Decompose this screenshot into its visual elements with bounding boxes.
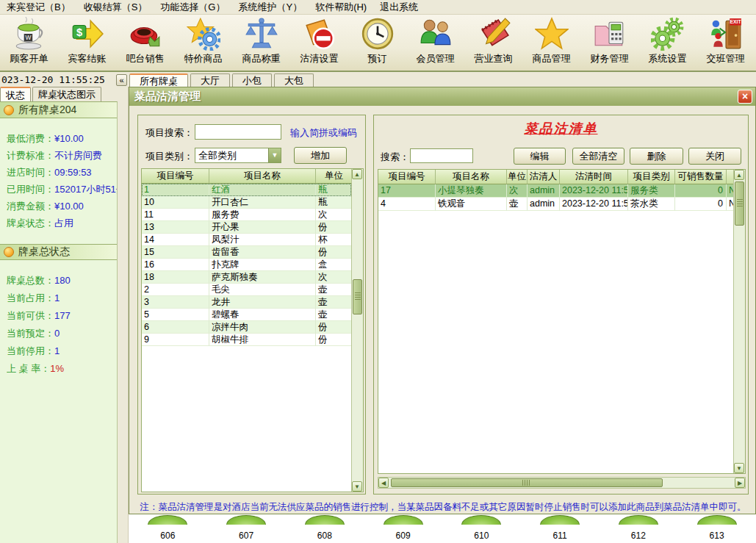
item-category-label: 项目类别： — [145, 150, 193, 163]
column-header[interactable]: 项目名称 — [436, 170, 507, 184]
menu-item[interactable]: 系统维护（Y） — [231, 0, 309, 15]
table-row[interactable]: 15齿留香份 — [142, 246, 351, 259]
sidebar-section-header[interactable]: 牌桌总状态 — [0, 244, 117, 260]
floor-table-item[interactable]: 612 — [600, 514, 678, 543]
column-header[interactable]: 单位 — [507, 170, 528, 184]
table-row[interactable]: 14凤梨汁杯 — [142, 234, 351, 246]
status-row: 牌桌总数：180 — [7, 272, 117, 290]
table-cell: 龙井 — [209, 296, 316, 309]
table-row[interactable]: 18萨克斯独奏次 — [142, 271, 351, 284]
scroll-left-icon[interactable]: ◀ — [378, 478, 389, 488]
table-row[interactable]: 4铁观音壶admin2023-12-20 11:5茶水类0N — [378, 198, 733, 211]
table-row[interactable]: 9胡椒牛排份 — [142, 334, 351, 346]
vertical-scrollbar[interactable]: ▲ ▼ — [351, 169, 363, 492]
add-button[interactable]: 增加 — [294, 147, 347, 164]
column-header[interactable]: 沽清时间 — [560, 170, 628, 184]
notebook-pencil-icon — [477, 17, 511, 51]
table-row[interactable]: 2毛尖壶 — [142, 284, 351, 296]
floor-table-item[interactable]: 613 — [677, 514, 756, 543]
toolbar-button[interactable]: 特价商品 — [174, 15, 232, 71]
column-header[interactable]: 退 — [727, 170, 733, 184]
table-number: 610 — [442, 531, 521, 541]
collapse-sidebar-button[interactable]: « — [116, 74, 127, 86]
toolbar-button[interactable]: 吧台销售 — [116, 15, 174, 71]
sidebar-tab[interactable]: 牌桌状态图示 — [32, 87, 101, 101]
floor-table-item[interactable]: 610 — [442, 514, 521, 543]
floor-table-item[interactable]: 607 — [207, 514, 286, 543]
horizontal-scrollbar[interactable]: ◀ ▶ — [378, 477, 746, 489]
status-row: 当前停用：1 — [7, 342, 117, 360]
table-cell: 13 — [142, 221, 209, 234]
floor-table-item[interactable]: 609 — [364, 514, 442, 543]
scroll-down-icon[interactable]: ▼ — [734, 463, 744, 473]
item-search-input[interactable] — [195, 124, 281, 140]
scroll-up-icon[interactable]: ▲ — [734, 170, 744, 180]
table-cell: 小提琴独奏 — [436, 184, 507, 198]
floor-table-item[interactable]: 606 — [129, 514, 207, 543]
table-row[interactable]: 10开口杏仁瓶 — [142, 196, 351, 209]
area-tab[interactable]: 大厅 — [190, 73, 230, 87]
action-button[interactable]: 编辑 — [514, 148, 566, 165]
sidebar-splitter[interactable] — [118, 87, 129, 543]
action-button[interactable]: 全部清空 — [572, 148, 624, 165]
menu-item[interactable]: 来宾登记（B） — [0, 0, 77, 15]
sidebar-section-header[interactable]: 所有牌桌204 — [0, 102, 117, 118]
category-select[interactable]: 全部类别 ▼ — [195, 148, 281, 163]
area-tab[interactable]: 所有牌桌 — [129, 73, 188, 87]
status-row: 最低消费：¥10.00 — [7, 130, 117, 147]
close-icon[interactable]: × — [738, 90, 752, 104]
scrollbar-thumb[interactable] — [391, 478, 663, 487]
toolbar-button[interactable]: 商品管理 — [522, 15, 580, 71]
table-row[interactable]: 13开心果份 — [142, 221, 351, 234]
column-header[interactable]: 项目类别 — [628, 170, 675, 184]
soldout-search-input[interactable] — [410, 148, 473, 163]
status-row: 进店时间：09:59:53 — [7, 164, 117, 181]
scroll-right-icon[interactable]: ▶ — [735, 478, 745, 488]
column-header[interactable]: 沽清人 — [528, 170, 560, 184]
toolbar-button[interactable]: 沽清设置 — [290, 15, 348, 71]
cashier-arrow-icon: $ — [71, 17, 104, 51]
floor-table-item[interactable]: 611 — [521, 514, 600, 543]
toolbar-button[interactable]: 营业查询 — [464, 15, 522, 71]
toolbar-button[interactable]: 会员管理 — [406, 15, 464, 71]
status-row: 已用时间：152017小时51分 — [7, 181, 117, 198]
table-row[interactable]: 16扑克牌盒 — [142, 259, 351, 271]
toolbar-button[interactable]: 系统设置 — [638, 15, 696, 71]
scroll-up-icon[interactable]: ▲ — [352, 169, 362, 179]
table-cell: 壶 — [316, 284, 351, 296]
table-row[interactable]: 3龙井壶 — [142, 296, 351, 309]
menu-item[interactable]: 功能选择（G） — [154, 0, 231, 15]
toolbar-button[interactable]: W 顾客开单 — [0, 15, 58, 71]
table-row[interactable]: 11服务费次 — [142, 209, 351, 221]
column-header[interactable]: 单位 — [316, 169, 351, 184]
column-header[interactable]: 项目编号 — [142, 169, 209, 184]
vertical-scrollbar[interactable]: ▲ ▼ — [733, 170, 745, 473]
column-header[interactable]: 可销售数量 — [675, 170, 727, 184]
table-row[interactable]: 1红酒瓶 — [142, 184, 351, 196]
column-header[interactable]: 项目编号 — [378, 170, 436, 184]
toolbar-button[interactable]: $ 宾客结账 — [58, 15, 116, 71]
table-row[interactable]: 17小提琴独奏次admin2023-12-20 11:5服务类0N — [378, 184, 733, 198]
toolbar-button[interactable]: EXIT 交班管理 — [696, 15, 755, 71]
table-row[interactable]: 6凉拌牛肉份 — [142, 321, 351, 334]
area-tab[interactable]: 小包 — [232, 73, 272, 87]
toolbar-button[interactable]: 预订 — [348, 15, 406, 71]
sidebar-tab[interactable]: 状态 — [0, 87, 31, 101]
table-row[interactable]: 5碧螺春壶 — [142, 309, 351, 321]
chevron-down-icon[interactable]: ▼ — [268, 148, 281, 162]
menu-item[interactable]: 退出系统 — [373, 0, 425, 15]
menu-item[interactable]: 软件帮助(H) — [309, 0, 373, 15]
status-row: 上 桌 率：1% — [7, 360, 117, 378]
toolbar-button[interactable]: 财务管理 — [580, 15, 638, 71]
scrollbar-thumb[interactable] — [735, 181, 744, 226]
floor-table-item[interactable]: 608 — [286, 514, 364, 543]
action-button[interactable]: 关闭 — [688, 148, 741, 165]
scrollbar-thumb[interactable] — [353, 279, 362, 314]
column-header[interactable]: 项目名称 — [209, 169, 316, 184]
menu-item[interactable]: 收银结算（S） — [77, 0, 154, 15]
scroll-down-icon[interactable]: ▼ — [352, 481, 362, 492]
action-button[interactable]: 删除 — [630, 148, 683, 165]
toolbar-button[interactable]: 商品称重 — [232, 15, 290, 71]
table-cell: 盒 — [316, 259, 351, 271]
area-tab[interactable]: 大包 — [274, 73, 314, 87]
